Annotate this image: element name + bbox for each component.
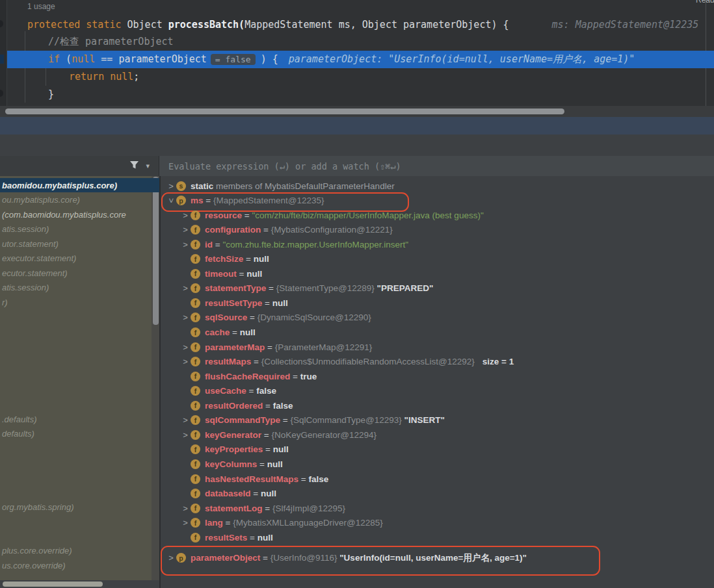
chevron-right-icon[interactable]: > bbox=[166, 553, 176, 563]
variable-row-ms[interactable]: >pms = {MappedStatement@12235} bbox=[161, 194, 714, 208]
variable-row-useCache[interactable]: fuseCache = false bbox=[161, 384, 714, 398]
variable-reference: {DynamicSqlSource@12290} bbox=[258, 313, 371, 322]
equals-sign: = bbox=[246, 386, 256, 396]
chevron-down-icon[interactable]: ▾ bbox=[146, 162, 150, 170]
variable-name: parameterObject bbox=[191, 553, 260, 563]
variable-row-fetchSize[interactable]: ffetchSize = null bbox=[161, 252, 714, 266]
chevron-right-icon[interactable]: > bbox=[180, 283, 191, 293]
code-token: ( bbox=[66, 53, 72, 65]
editor-hscrollbar[interactable] bbox=[0, 106, 714, 117]
variable-name: databaseId bbox=[205, 489, 251, 498]
frame-row[interactable]: atis.session) bbox=[0, 222, 159, 236]
chevron-down-icon[interactable]: > bbox=[166, 196, 176, 206]
variable-row-statementLog[interactable]: >fstatementLog = {Slf4jImpl@12295} bbox=[161, 501, 714, 515]
variable-row-sqlSource[interactable]: >fsqlSource = {DynamicSqlSource@12290} bbox=[161, 311, 714, 325]
variable-row-timeout[interactable]: ftimeout = null bbox=[161, 266, 714, 281]
variable-row-id[interactable]: >fid = "com.zhu.fte.biz.mapper.UserInfoM… bbox=[161, 237, 714, 251]
variable-row-cache[interactable]: fcache = null bbox=[161, 326, 714, 340]
chevron-right-icon[interactable]: > bbox=[180, 518, 191, 528]
code-line[interactable]: return null; bbox=[0, 68, 714, 85]
variable-row-hasNestedResultMaps[interactable]: fhasNestedResultMaps = false bbox=[161, 472, 714, 486]
breakpoint-gutter[interactable] bbox=[0, 0, 7, 106]
chevron-right-icon[interactable]: > bbox=[180, 430, 191, 440]
variable-row-keyProperties[interactable]: fkeyProperties = null bbox=[161, 442, 714, 457]
frame-row[interactable]: utor.statement) bbox=[0, 236, 159, 251]
equals-sign: = bbox=[247, 313, 257, 322]
code-line[interactable]: //检查 parameterObject bbox=[0, 33, 714, 51]
variable-row-configuration[interactable]: >fconfiguration = {MybatisConfiguration@… bbox=[161, 223, 714, 237]
frame-row[interactable]: plus.core.override) bbox=[0, 544, 159, 558]
frame-row[interactable]: executor.statement) bbox=[0, 251, 159, 266]
chevron-right-icon[interactable]: > bbox=[180, 342, 191, 352]
variable-name: statementType bbox=[205, 283, 266, 293]
f-variable-icon: f bbox=[191, 415, 200, 425]
debugger-toolbar-band bbox=[0, 134, 714, 156]
variable-row-parameterMap[interactable]: >fparameterMap = {ParameterMap@12291} bbox=[161, 340, 714, 354]
f-variable-icon: f bbox=[191, 518, 200, 528]
chevron-right-icon[interactable]: > bbox=[180, 313, 191, 322]
variable-row-resultMaps[interactable]: >fresultMaps = {Collections$Unmodifiable… bbox=[161, 355, 714, 369]
frame-row[interactable]: org.mybatis.spring) bbox=[0, 500, 159, 514]
code-token: == bbox=[101, 53, 118, 65]
frame-row[interactable]: ecutor.statement) bbox=[0, 266, 159, 280]
variable-value: false bbox=[273, 401, 293, 411]
chevron-right-icon[interactable]: > bbox=[180, 211, 191, 220]
variable-row-sqlCommandType[interactable]: >fsqlCommandType = {SqlCommandType@12293… bbox=[161, 413, 714, 428]
variable-name: sqlSource bbox=[205, 313, 247, 322]
code-editor[interactable]: 1 usage Read protected static Object pro… bbox=[0, 0, 714, 106]
collection-size: size = 1 bbox=[483, 357, 514, 366]
variables-panel[interactable]: >sstatic members of MybatisDefaultParame… bbox=[161, 176, 714, 588]
debugger-header: ▾ Evaluate expression (↵) or add a watch… bbox=[0, 156, 714, 177]
variable-row-resource[interactable]: >fresource = "com/zhu/fte/biz/mapper/Use… bbox=[161, 208, 714, 222]
variable-row-resultSetType[interactable]: fresultSetType = null bbox=[161, 296, 714, 310]
variable-value: null bbox=[254, 254, 269, 264]
editor-hscrollbar-thumb[interactable] bbox=[5, 109, 564, 114]
equals-sign: = bbox=[265, 342, 274, 352]
frame-row[interactable]: .defaults) bbox=[0, 412, 159, 426]
variable-reference: {Collections$UnmodifiableRandomAccessLis… bbox=[261, 357, 475, 366]
frames-hscrollbar[interactable] bbox=[0, 580, 159, 588]
chevron-right-icon[interactable]: > bbox=[180, 225, 191, 235]
equals-sign: = bbox=[262, 298, 272, 308]
variable-row-resultSets[interactable]: fresultSets = null bbox=[161, 530, 714, 544]
equals-sign: = bbox=[290, 372, 300, 381]
f-variable-icon: f bbox=[191, 327, 200, 337]
variable-row-keyGenerator[interactable]: >fkeyGenerator = {NoKeyGenerator@12294} bbox=[161, 428, 714, 442]
variable-row-databaseId[interactable]: fdatabaseId = null bbox=[161, 487, 714, 501]
chevron-right-icon[interactable]: > bbox=[180, 240, 191, 249]
inline-value-pill: = false bbox=[211, 54, 256, 65]
filter-icon[interactable] bbox=[129, 160, 139, 172]
variable-row-resultOrdered[interactable]: fresultOrdered = false bbox=[161, 398, 714, 413]
frames-panel[interactable]: baomidou.mybatisplus.core)ou.mybatisplus… bbox=[0, 176, 159, 588]
variable-reference: {SqlCommandType@12293} bbox=[290, 415, 404, 425]
variable-row-static-members[interactable]: >sstatic members of MybatisDefaultParame… bbox=[161, 179, 714, 193]
code-token: null bbox=[72, 53, 101, 65]
code-line[interactable]: protected static Object processBatch(Map… bbox=[0, 16, 714, 33]
variable-name: sqlCommandType bbox=[205, 415, 280, 425]
variable-row-parameterObject[interactable]: >pparameterObject = {UserInfo@9116} "Use… bbox=[161, 551, 714, 565]
chevron-right-icon[interactable]: > bbox=[180, 357, 191, 366]
frames-hscrollbar-thumb[interactable] bbox=[3, 582, 103, 587]
code-line[interactable]: } bbox=[0, 85, 714, 103]
equals-sign: = bbox=[263, 444, 272, 454]
frame-row[interactable]: r) bbox=[0, 295, 159, 309]
evaluate-expression-input[interactable]: Evaluate expression (↵) or add a watch (… bbox=[159, 156, 714, 176]
variable-row-lang[interactable]: >flang = {MybatisXMLLanguageDriver@12285… bbox=[161, 516, 714, 530]
frame-row[interactable]: atis.session) bbox=[0, 281, 159, 295]
p-variable-icon: p bbox=[176, 196, 186, 205]
execution-line[interactable]: if (null == parameterObject= false) {par… bbox=[0, 51, 714, 68]
variable-row-keyColumns[interactable]: fkeyColumns = null bbox=[161, 457, 714, 471]
variable-name: flushCacheRequired bbox=[205, 372, 290, 381]
variable-row-statementType[interactable]: >fstatementType = {StatementType@12289} … bbox=[161, 281, 714, 296]
frame-row[interactable]: baomidou.mybatisplus.core) bbox=[0, 178, 159, 192]
code-token: ) { bbox=[261, 53, 278, 65]
frame-row[interactable]: (com.baomidou.mybatisplus.core bbox=[0, 207, 159, 222]
variable-name: timeout bbox=[205, 269, 237, 279]
frame-row[interactable]: us.core.override) bbox=[0, 558, 159, 572]
frame-row[interactable]: ou.mybatisplus.core) bbox=[0, 193, 159, 207]
chevron-right-icon[interactable]: > bbox=[166, 181, 176, 191]
chevron-right-icon[interactable]: > bbox=[180, 504, 191, 513]
chevron-right-icon[interactable]: > bbox=[180, 415, 191, 425]
frame-row[interactable]: defaults) bbox=[0, 427, 159, 441]
variable-row-flushCacheRequired[interactable]: fflushCacheRequired = true bbox=[161, 369, 714, 383]
